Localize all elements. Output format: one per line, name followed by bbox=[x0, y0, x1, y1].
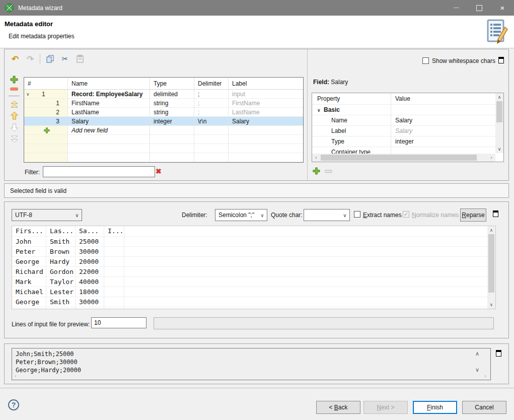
show-whitespace-checkbox[interactable] bbox=[422, 57, 429, 64]
remove-field-button[interactable] bbox=[10, 87, 18, 91]
move-top-button[interactable] bbox=[10, 101, 19, 108]
preview-grid-vscrollbar[interactable]: ∧ ∨ bbox=[487, 226, 495, 309]
field-type-cell[interactable]: integer bbox=[150, 117, 194, 126]
field-label-cell[interactable]: LastName bbox=[229, 108, 303, 117]
col-header-firstname[interactable]: Firs... bbox=[12, 226, 46, 236]
move-up-button[interactable] bbox=[10, 111, 19, 120]
field-delimiter-cell[interactable]: ; bbox=[194, 108, 229, 117]
view-menu-icon[interactable] bbox=[496, 350, 501, 357]
preview-row[interactable]: JohnSmith25000 bbox=[12, 237, 495, 247]
back-button[interactable]: < Back bbox=[316, 401, 360, 414]
preview-lines-input[interactable] bbox=[91, 317, 146, 328]
reparse-button[interactable]: Reparse bbox=[460, 208, 486, 222]
scroll-left-icon[interactable]: ‹ bbox=[15, 373, 17, 379]
property-row-label[interactable]: Label Salary bbox=[312, 126, 503, 136]
scroll-down-icon[interactable]: ∨ bbox=[495, 145, 503, 153]
clear-filter-icon[interactable]: ✖ bbox=[156, 167, 162, 175]
record-expander-icon[interactable]: ∨ bbox=[26, 90, 33, 99]
view-menu-icon[interactable] bbox=[498, 57, 504, 63]
remove-property-button[interactable] bbox=[325, 170, 332, 173]
scroll-up-icon[interactable]: ∧ bbox=[475, 351, 479, 357]
field-row-lastname[interactable]: 2 LastName string ; LastName bbox=[24, 108, 303, 117]
field-row-salary-selected[interactable]: 3 Salary integer \r\n Salary bbox=[24, 117, 303, 126]
scroll-thumb[interactable] bbox=[496, 101, 502, 122]
scroll-left-icon[interactable]: ‹ bbox=[312, 154, 320, 162]
col-header-type[interactable]: Type bbox=[150, 78, 194, 90]
encoding-select[interactable]: UTF-8 ∨ bbox=[12, 209, 82, 221]
property-value[interactable]: integer bbox=[391, 136, 503, 147]
add-new-field-row[interactable]: Add new field bbox=[24, 126, 303, 135]
cancel-button[interactable]: Cancel bbox=[462, 401, 506, 414]
maximize-button[interactable] bbox=[468, 0, 491, 16]
filter-input[interactable] bbox=[43, 166, 155, 177]
add-property-button[interactable] bbox=[313, 167, 320, 175]
scroll-thumb[interactable] bbox=[321, 155, 477, 161]
minimize-button[interactable] bbox=[445, 0, 468, 16]
field-name-cell[interactable]: FirstName bbox=[68, 99, 150, 108]
preview-row-partial[interactable]: AlbertDawson20000 bbox=[12, 307, 495, 309]
extract-names-checkbox[interactable] bbox=[354, 211, 360, 218]
scroll-up-icon[interactable]: ∧ bbox=[487, 226, 495, 234]
col-header-delimiter[interactable]: Delimiter bbox=[194, 78, 229, 90]
field-delimiter-cell[interactable]: \r\n bbox=[194, 117, 229, 126]
cut-button[interactable]: ✂ bbox=[59, 53, 70, 64]
col-header-label[interactable]: Label bbox=[229, 78, 303, 90]
help-button[interactable]: ? bbox=[8, 399, 19, 410]
property-value[interactable]: Salary bbox=[391, 126, 503, 136]
property-value[interactable]: Salary bbox=[391, 115, 503, 125]
add-new-field-label[interactable]: Add new field bbox=[68, 126, 150, 135]
col-header-property[interactable]: Property bbox=[312, 93, 391, 104]
scroll-up-icon[interactable]: ∧ bbox=[495, 93, 503, 101]
scroll-down-icon[interactable]: ∨ bbox=[487, 301, 495, 309]
field-delimiter-cell[interactable]: ; bbox=[194, 99, 229, 108]
col-header-id[interactable]: I... bbox=[104, 226, 124, 236]
record-type-cell[interactable]: delimited bbox=[150, 90, 194, 99]
title-bar[interactable]: Metadata wizard × bbox=[0, 0, 514, 16]
preview-row[interactable]: GeorgeHardy20000 bbox=[12, 257, 495, 267]
property-row-name[interactable]: Name Salary bbox=[312, 115, 503, 126]
move-down-button[interactable] bbox=[10, 123, 19, 132]
col-header-salary[interactable]: Sa... bbox=[76, 226, 104, 236]
property-group-basic[interactable]: ∨Basic bbox=[312, 105, 503, 115]
field-name-cell[interactable]: Salary bbox=[68, 117, 150, 126]
record-name-cell[interactable]: Record: EmployeeSalary bbox=[68, 90, 150, 99]
preview-row[interactable]: PeterBrown30000 bbox=[12, 247, 495, 257]
scroll-right-icon[interactable]: › bbox=[484, 373, 486, 379]
col-header-lastname[interactable]: Las... bbox=[46, 226, 76, 236]
field-row-firstname[interactable]: 1 FirstName string ; FirstName bbox=[24, 99, 303, 108]
preview-row[interactable]: MarkTaylor40000 bbox=[12, 277, 495, 287]
group-expander-icon[interactable]: ∨ bbox=[317, 105, 324, 115]
col-header-name[interactable]: Name bbox=[68, 78, 150, 90]
preview-row[interactable]: MichaelLester18000 bbox=[12, 287, 495, 297]
field-label-cell[interactable]: FirstName bbox=[229, 99, 303, 108]
undo-button[interactable]: ↶ bbox=[10, 53, 21, 64]
delimiter-select[interactable]: Semicolon ";" ∨ bbox=[215, 209, 267, 221]
scroll-down-icon[interactable]: ∨ bbox=[475, 367, 479, 373]
raw-data-textarea[interactable]: John;Smith;25000 Peter;Brown;30000 Georg… bbox=[12, 348, 491, 380]
finish-button[interactable]: Finish bbox=[413, 401, 457, 414]
property-table-hscrollbar[interactable]: ‹ › bbox=[312, 154, 495, 162]
redo-button[interactable]: ↷ bbox=[25, 53, 36, 64]
col-header-num[interactable]: # bbox=[24, 78, 68, 90]
preview-row[interactable]: RichardGordon22000 bbox=[12, 267, 495, 277]
copy-button[interactable] bbox=[44, 53, 55, 64]
record-label-cell[interactable]: input bbox=[229, 90, 303, 99]
view-menu-icon[interactable] bbox=[493, 211, 498, 217]
property-row-type[interactable]: Type integer bbox=[312, 136, 503, 147]
field-type-cell[interactable]: string bbox=[150, 99, 194, 108]
move-bottom-button[interactable] bbox=[10, 135, 19, 143]
col-header-value[interactable]: Value bbox=[391, 93, 503, 104]
preview-row[interactable]: GeorgeSmith30000 bbox=[12, 297, 495, 307]
add-field-button[interactable] bbox=[10, 76, 18, 84]
field-type-cell[interactable]: string bbox=[150, 108, 194, 117]
field-name-cell[interactable]: LastName bbox=[68, 108, 150, 117]
close-button[interactable]: × bbox=[491, 0, 514, 16]
field-label-cell[interactable]: Salary bbox=[229, 117, 303, 126]
record-delimiter-cell[interactable]: ; bbox=[194, 90, 229, 99]
property-table-vscrollbar[interactable]: ∧ ∨ bbox=[495, 93, 503, 153]
scroll-thumb[interactable] bbox=[488, 234, 494, 293]
paste-button[interactable] bbox=[75, 53, 86, 64]
quote-char-select[interactable]: ∨ bbox=[304, 209, 350, 221]
scroll-right-icon[interactable]: › bbox=[487, 154, 495, 162]
record-row[interactable]: ∨1 Record: EmployeeSalary delimited ; in… bbox=[24, 90, 303, 99]
